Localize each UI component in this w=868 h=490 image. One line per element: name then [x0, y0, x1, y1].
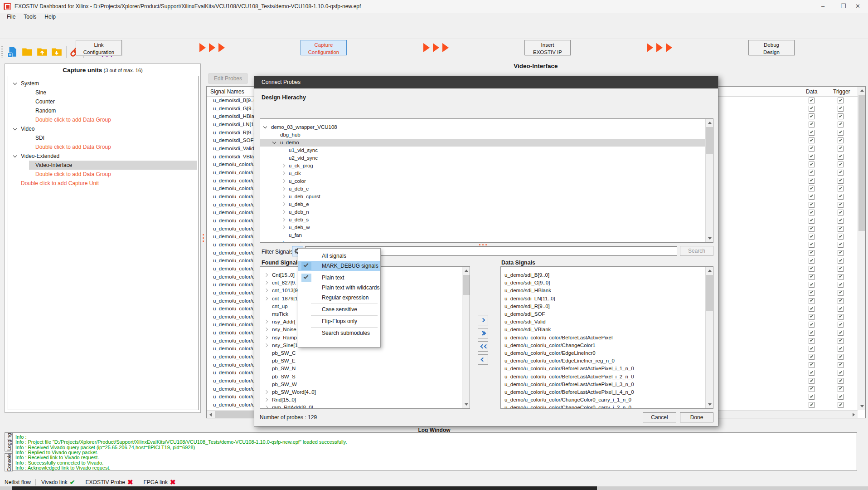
hierarchy-item-u-deb-n[interactable]: u_deb_n: [260, 208, 713, 216]
folder-down-icon[interactable]: [51, 46, 63, 59]
scroll-up-icon[interactable]: [706, 119, 713, 127]
hierarchy-item-u-demo[interactable]: u_demo: [260, 139, 713, 147]
capture-tree-item-video-interface[interactable]: Video-Interface: [8, 161, 198, 170]
cancel-button[interactable]: Cancel: [643, 412, 676, 422]
trigger-checkbox[interactable]: [838, 234, 844, 240]
chevron-right-icon[interactable]: [281, 202, 285, 206]
chevron-right-icon[interactable]: [264, 273, 268, 277]
trigger-checkbox[interactable]: [838, 210, 844, 216]
insert-exostiv-ip-button[interactable]: InsertEXOSTIV IP: [524, 40, 571, 55]
data-checkbox[interactable]: [809, 306, 815, 312]
data-checkbox[interactable]: [809, 162, 815, 167]
open-folder-icon[interactable]: [21, 46, 34, 59]
trigger-checkbox[interactable]: [838, 106, 844, 112]
capture-tree-item-video[interactable]: Video: [8, 124, 198, 133]
menu-item-case-sensitive[interactable]: Case sensitive: [298, 304, 380, 314]
hierarchy-item-u-fan[interactable]: u_fan: [260, 231, 713, 239]
add-signal-button[interactable]: [478, 315, 488, 325]
trigger-checkbox[interactable]: [838, 218, 844, 224]
chevron-right-icon[interactable]: [281, 218, 285, 221]
capture-tree-item-system[interactable]: System: [8, 79, 198, 88]
data-checkbox[interactable]: [809, 330, 815, 336]
data-signal-row[interactable]: u_demo/sdi_R[9..0]: [501, 303, 713, 310]
trigger-checkbox[interactable]: [838, 330, 844, 336]
hierarchy-item-u1-vid-sync[interactable]: u1_vid_sync: [260, 147, 713, 154]
chevron-down-icon[interactable]: [13, 154, 17, 157]
data-checkbox[interactable]: [809, 362, 815, 368]
trigger-checkbox[interactable]: [838, 113, 844, 119]
data-checkbox[interactable]: [809, 378, 815, 384]
hierarchy-item-dbg-hub[interactable]: dbg_hub: [260, 131, 713, 139]
data-checkbox[interactable]: [809, 186, 815, 191]
capture-tree-item-sdi[interactable]: SDI: [8, 133, 198, 142]
trigger-checkbox[interactable]: [838, 98, 844, 103]
data-checkbox[interactable]: [809, 130, 815, 136]
chevron-right-icon[interactable]: [264, 296, 268, 300]
chevron-right-icon[interactable]: [264, 320, 268, 323]
menu-file[interactable]: File: [3, 13, 19, 22]
data-checkbox[interactable]: [809, 218, 815, 224]
tab-console[interactable]: Console: [5, 453, 13, 471]
found-signal-pb-sw-word-4-0[interactable]: pb_SW_Word[4..0]: [260, 388, 470, 396]
data-checkbox[interactable]: [809, 113, 815, 119]
remove-all-signals-button[interactable]: [478, 341, 488, 352]
link-configuration-button[interactable]: LinkConfiguration: [76, 40, 122, 55]
trigger-checkbox[interactable]: [838, 226, 844, 232]
scroll-down-icon[interactable]: [858, 402, 866, 410]
data-checkbox[interactable]: [809, 298, 815, 304]
hierarchy-item-u-deb-cpurst[interactable]: u_deb_cpurst: [260, 193, 713, 201]
trigger-checkbox[interactable]: [838, 170, 844, 176]
scroll-up-icon[interactable]: [462, 267, 470, 274]
data-checkbox[interactable]: [809, 290, 815, 296]
trigger-checkbox[interactable]: [838, 162, 844, 167]
found-signal-pb-sw-e[interactable]: pb_SW_E: [260, 357, 470, 365]
data-signal-row[interactable]: u_demo/sdi_Valid: [501, 318, 713, 326]
trigger-checkbox[interactable]: [838, 354, 844, 360]
found-signal-pb-sw-c[interactable]: pb_SW_C: [260, 349, 470, 357]
scrollbar-thumb[interactable]: [706, 127, 713, 154]
data-checkbox[interactable]: [809, 394, 815, 400]
hierarchy-item-demo-03-wrapper-vcu108[interactable]: demo_03_wrapper_VCU108: [260, 123, 713, 131]
hierarchy-item-u-ck-prog[interactable]: u_ck_prog: [260, 162, 713, 170]
chevron-right-icon[interactable]: [281, 164, 285, 167]
data-signal-row[interactable]: u_demo/u_color/u_color/EdgeLineIncr_reg_…: [501, 357, 713, 365]
data-signal-row[interactable]: u_demo/u_color/u_color/ChangeColor0_carr…: [501, 396, 713, 404]
trigger-checkbox[interactable]: [838, 338, 844, 344]
data-checkbox[interactable]: [809, 338, 815, 344]
capture-tree-item-random[interactable]: Random: [8, 106, 198, 115]
hierarchy-item-u-deb-s[interactable]: u_deb_s: [260, 216, 713, 224]
debug-design-button[interactable]: DebugDesign: [748, 40, 795, 55]
add-all-signals-button[interactable]: [478, 328, 488, 338]
hierarchy-item-u-deb-w[interactable]: u_deb_w: [260, 224, 713, 231]
data-checkbox[interactable]: [809, 106, 815, 112]
chevron-right-icon[interactable]: [264, 390, 268, 394]
data-checkbox[interactable]: [809, 354, 815, 360]
found-signal-rnd-15-0[interactable]: Rnd[15..0]: [260, 396, 470, 404]
data-checkbox[interactable]: [809, 266, 815, 272]
new-project-icon[interactable]: [6, 46, 19, 59]
trigger-checkbox[interactable]: [838, 266, 844, 272]
trigger-checkbox[interactable]: [838, 370, 844, 376]
data-checkbox[interactable]: [809, 314, 815, 320]
trigger-checkbox[interactable]: [838, 362, 844, 368]
trigger-checkbox[interactable]: [838, 402, 844, 408]
scroll-down-icon[interactable]: [706, 235, 713, 242]
data-checkbox[interactable]: [809, 386, 815, 392]
trigger-checkbox[interactable]: [838, 146, 844, 152]
trigger-checkbox[interactable]: [838, 202, 844, 208]
data-signal-row[interactable]: u_demo/u_color/u_color/BeforeLastActiveP…: [501, 388, 713, 396]
capture-tree-item-double-click-to-add-capture-unit[interactable]: Double click to add Capture Unit: [8, 179, 198, 188]
capture-configuration-button[interactable]: CaptureConfiguration: [301, 40, 347, 55]
found-vscrollbar[interactable]: [462, 267, 470, 408]
data-checkbox[interactable]: [809, 170, 815, 176]
chevron-right-icon[interactable]: [281, 187, 285, 191]
chevron-right-icon[interactable]: [264, 335, 268, 339]
trigger-checkbox[interactable]: [838, 394, 844, 400]
found-signal-pb-sw-n[interactable]: pb_SW_N: [260, 365, 470, 372]
remove-signal-button[interactable]: [478, 354, 488, 365]
data-checkbox[interactable]: [809, 226, 815, 232]
trigger-checkbox[interactable]: [838, 322, 844, 328]
data-signal-row[interactable]: u_demo/sdi_G[9..0]: [501, 279, 713, 287]
trigger-checkbox[interactable]: [838, 314, 844, 320]
capture-tree-item-counter[interactable]: Counter: [8, 97, 198, 106]
